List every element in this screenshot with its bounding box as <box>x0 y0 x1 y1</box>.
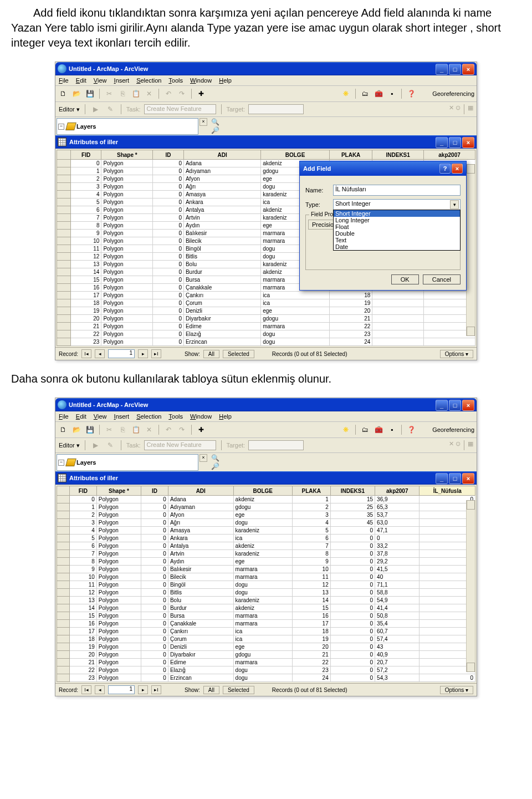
table-row[interactable]: 16Polygon0Çanakkalemarmara17035,40 <box>57 620 475 628</box>
type-option-short-integer[interactable]: Short Integer <box>334 210 460 217</box>
cancel-button[interactable]: Cancel <box>423 274 461 284</box>
task-combo[interactable]: Create New Feature <box>144 104 216 114</box>
cut-icon[interactable]: ✂ <box>104 88 115 99</box>
arcmap-titlebar[interactable]: Untitled - ArcMap - ArcView _ □ × <box>55 62 477 75</box>
table-row[interactable]: 11Polygon0Bingöldogu12071,10 <box>57 581 475 589</box>
table-row[interactable]: 21Polygon0Edirnemarmara22 <box>57 323 475 330</box>
paste-icon[interactable]: 📋 <box>130 88 141 99</box>
column-header[interactable]: Shape * <box>96 486 141 496</box>
add-data-icon[interactable]: ✚ <box>196 424 207 435</box>
editor-dropdown[interactable]: Editor ▾ <box>59 442 80 449</box>
table-row[interactable]: 8Polygon0Aydınege9029,20 <box>57 558 475 566</box>
menu-window[interactable]: Window <box>190 77 212 84</box>
table-row[interactable]: 18Polygon0Çorumica19057,40 <box>57 635 475 643</box>
type-dropdown-list[interactable]: Short Integer Long Integer Float Double … <box>333 210 461 251</box>
column-header-new[interactable]: İL_Nüfusla <box>420 486 475 496</box>
zoomin-icon[interactable]: 🔍 <box>211 118 219 126</box>
column-header[interactable]: INDEKS1 <box>372 150 424 160</box>
type-select[interactable]: Short Integer <box>333 199 461 210</box>
cmd-icon[interactable]: ▪ <box>386 88 397 99</box>
zoomin-icon[interactable]: 🔍 <box>211 454 219 462</box>
paste-icon[interactable]: 📋 <box>130 424 141 435</box>
table-row[interactable]: 12Polygon0Bitlisdogu13058,80 <box>57 589 475 597</box>
table-row[interactable]: 23Polygon0Erzincandogu24 <box>57 338 475 346</box>
find-icon[interactable]: ❋ <box>340 88 351 99</box>
minimize-button[interactable]: _ <box>436 64 448 75</box>
column-header[interactable]: ADI <box>168 486 233 496</box>
table-row[interactable]: 7Polygon0Artvinkaradeniz8037,80 <box>57 550 475 558</box>
nav-prev-button[interactable]: ◂ <box>95 685 105 694</box>
menu-edit[interactable]: Edit <box>76 413 86 420</box>
zoomout-icon[interactable]: 🔎 <box>211 462 219 470</box>
close-button[interactable]: × <box>462 64 474 75</box>
nav-prev-button[interactable]: ◂ <box>95 349 105 358</box>
menu-file[interactable]: File <box>59 77 69 84</box>
menu-tools[interactable]: Tools <box>168 413 183 420</box>
cmd-icon[interactable]: ▪ <box>386 424 397 435</box>
table-row[interactable]: 13Polygon0Bolukaradeniz14054,90 <box>57 597 475 604</box>
toolbox-icon[interactable]: 🧰 <box>373 424 384 435</box>
table-row[interactable]: 20Polygon0Diyarbakırgdogu21040,90 <box>57 651 475 659</box>
new-icon[interactable]: 🗋 <box>58 424 69 435</box>
maximize-button[interactable]: □ <box>449 64 461 75</box>
attributes-titlebar[interactable]: Attributes of iller _ □ × <box>55 471 477 485</box>
table-row[interactable]: 19Polygon0Denizliege20 <box>57 307 475 315</box>
table-row[interactable]: 17Polygon0Çankırıica18060,70 <box>57 628 475 635</box>
nav-next-button[interactable]: ▸ <box>138 685 148 694</box>
editor-dropdown[interactable]: Editor ▾ <box>59 106 80 113</box>
close-button[interactable]: × <box>462 400 474 411</box>
arcmap-titlebar-2[interactable]: Untitled - ArcMap - ArcView _ □ × <box>55 398 477 411</box>
table-row[interactable]: 0Polygon0Adanaakdeniz11536,90 <box>57 496 475 503</box>
table-row[interactable]: 22Polygon0Elazığdogu23 <box>57 330 475 338</box>
menu-view[interactable]: View <box>94 77 107 84</box>
table-row[interactable]: 14Polygon0Burdurakdeniz15041,40 <box>57 604 475 612</box>
table-row[interactable]: 2Polygon0Afyonege33553,70 <box>57 511 475 519</box>
column-header[interactable]: PLAKA <box>329 150 372 160</box>
menu-edit[interactable]: Edit <box>76 77 86 84</box>
menu-window[interactable]: Window <box>190 413 212 420</box>
record-input[interactable]: 1 <box>108 685 135 694</box>
georeferencing-label[interactable]: Georeferencing <box>432 90 474 97</box>
table-row[interactable]: 21Polygon0Edirnemarmara22020,70 <box>57 659 475 666</box>
redo-icon[interactable]: ↷ <box>176 88 187 99</box>
save-icon[interactable]: 💾 <box>84 424 95 435</box>
type-option-float[interactable]: Float <box>334 223 460 230</box>
add-data-icon[interactable]: ✚ <box>196 88 207 99</box>
menu-help[interactable]: Help <box>219 413 232 420</box>
nav-last-button[interactable]: ▸I <box>151 685 161 694</box>
attr-minimize-button[interactable]: _ <box>436 137 448 148</box>
table-row[interactable]: 23Polygon0Erzincandogu24054,30 <box>57 674 475 682</box>
table-row[interactable]: 4Polygon0Amasyakaradeniz5047,10 <box>57 527 475 535</box>
toc-close-icon[interactable]: × <box>200 454 207 462</box>
options-button[interactable]: Options ▾ <box>440 350 473 358</box>
record-input[interactable]: 1 <box>108 349 135 358</box>
arccatalog-icon[interactable]: 🗂 <box>360 88 371 99</box>
delete-icon[interactable]: ✕ <box>144 88 155 99</box>
georeferencing-label[interactable]: Georeferencing <box>432 426 474 433</box>
attributes-table-2[interactable]: FIDShape *IDADIBOLGEPLAKAINDEKS1akp2007İ… <box>57 486 475 682</box>
type-option-date[interactable]: Date <box>334 243 460 250</box>
nav-first-button[interactable]: I◂ <box>81 685 91 694</box>
whatsthis-icon[interactable]: ❓ <box>406 424 417 435</box>
target-combo[interactable] <box>248 440 304 450</box>
find-icon[interactable]: ❋ <box>340 424 351 435</box>
column-header[interactable]: akp2007 <box>424 150 475 160</box>
maximize-button[interactable]: □ <box>449 400 461 411</box>
name-input[interactable]: İL Nüfusları <box>333 185 461 196</box>
table-row[interactable]: 6Polygon0Antalyaakdeniz7033,20 <box>57 542 475 550</box>
expand-icon[interactable]: − <box>58 460 64 466</box>
toolbox-icon[interactable]: 🧰 <box>373 88 384 99</box>
table-row[interactable]: 5Polygon0Ankaraica6000 <box>57 535 475 542</box>
attr-minimize-button[interactable]: _ <box>436 473 448 484</box>
toc-panel[interactable]: − Layers <box>57 454 198 471</box>
toc-close-icon[interactable]: × <box>200 118 207 126</box>
column-header[interactable]: PLAKA <box>292 486 330 496</box>
copy-icon[interactable]: ⎘ <box>117 424 128 435</box>
attr-close-button[interactable]: × <box>462 137 474 148</box>
attributes-titlebar[interactable]: Attributes of iller _ □ × <box>55 135 477 149</box>
show-all-button[interactable]: All <box>203 350 219 358</box>
type-option-text[interactable]: Text <box>334 237 460 243</box>
options-button[interactable]: Options ▾ <box>440 686 473 694</box>
menu-file[interactable]: File <box>59 413 69 420</box>
scrollbar[interactable] <box>466 164 475 336</box>
